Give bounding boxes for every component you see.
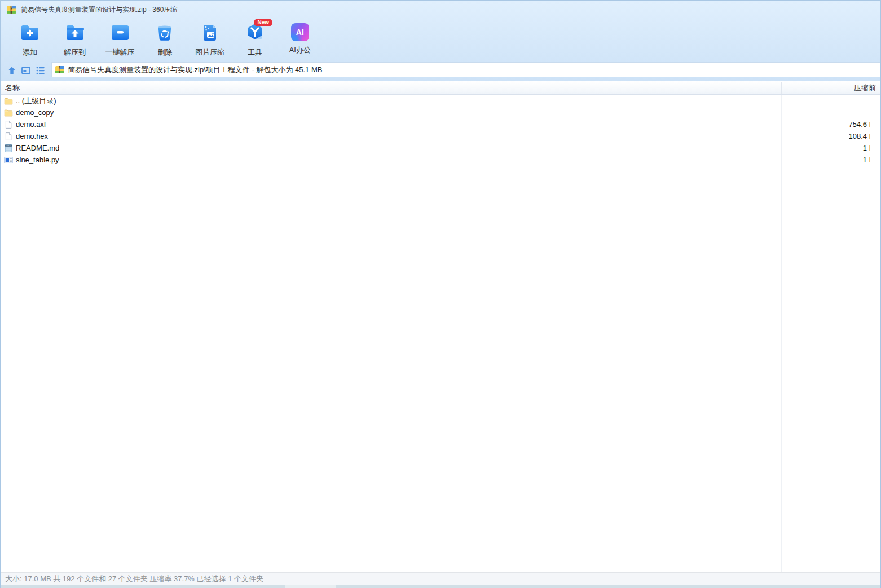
360zip-window: 简易信号失真度测量装置的设计与实现.zip - 360压缩 添加 解压到 一键解… [0,0,881,588]
toolbar-button-delete[interactable]: 删除 [142,20,187,59]
status-text: 大小: 17.0 MB 共 192 个文件和 27 个文件夹 压缩率 37.7%… [5,573,263,585]
zip-archive-icon [55,65,64,74]
column-header-name[interactable]: 名称 [5,81,20,94]
toolbar-button-label: 删除 [142,47,187,58]
table-row[interactable]: README.md1 KB [1,142,880,154]
file-size-value: 754.6 KB [849,118,871,130]
column-divider [781,95,782,572]
window-bottom-edge-segment [285,585,336,588]
one-click-extract-icon [109,21,131,45]
toolbar-button-one-click-extract[interactable]: 一键解压 [98,20,143,59]
file-size-cell: 1 KB [781,142,870,154]
toolbar-button-add-folder[interactable]: 添加 [7,20,52,59]
file-rows: .. (上级目录) demo_copy demo.axf754.6 KB dem… [1,95,880,166]
file-size-value: 1 KB [863,154,870,166]
ai-office-icon: AI [291,23,309,41]
toolbar-button-label: 解压到 [52,47,98,58]
new-badge: New [254,19,272,26]
toolbar-button-label: 添加 [7,47,52,58]
file-icon [4,120,13,129]
toolbar-button-label: 图片压缩 [187,47,232,58]
file-icon [4,132,13,141]
address-bar: 简易信号失真度测量装置的设计与实现.zip\项目工程文件 - 解包大小为 45.… [1,61,880,82]
thumbnail-view-button[interactable] [20,64,32,77]
toolbar: 添加 解压到 一键解压 删除 图片压缩 New工具AIAI办公 [1,19,880,60]
toolbar-button-image-compress[interactable]: 图片压缩 [187,20,232,59]
extract-to-icon [64,21,86,45]
file-name: demo_copy [16,108,54,117]
file-name: .. (上级目录) [16,96,56,106]
column-header-size[interactable]: 压缩前 [781,82,876,94]
navigate-up-button[interactable] [6,64,18,77]
table-row[interactable]: demo.hex108.4 KB [1,130,880,142]
file-size-cell: 1 KB [781,154,870,166]
file-size-value: 108.4 KB [849,130,871,142]
delete-icon [153,21,176,45]
folder-icon [4,96,13,105]
add-folder-icon [19,21,41,45]
file-size-cell: 108.4 KB [781,130,870,142]
toolbar-button-label: 工具 [232,47,277,58]
file-list-header: 名称 压缩前 [1,81,880,95]
up-arrow-icon [7,65,17,76]
toolbar-button-extract-to[interactable]: 解压到 [52,20,98,59]
address-input[interactable]: 简易信号失真度测量装置的设计与实现.zip\项目工程文件 - 解包大小为 45.… [51,62,880,77]
table-row[interactable]: sine_table.py1 KB [1,154,880,166]
window-title: 简易信号失真度测量装置的设计与实现.zip - 360压缩 [21,5,177,15]
toolbar-button-tools-cube[interactable]: New工具 [232,20,277,59]
file-size-value: 1 KB [863,142,870,154]
table-row[interactable]: demo.axf754.6 KB [1,118,880,130]
thumbnail-view-icon [21,65,31,76]
file-name: sine_table.py [16,156,59,164]
notepad-icon [4,144,13,153]
titlebar[interactable]: 简易信号失真度测量装置的设计与实现.zip - 360压缩 [1,1,880,18]
window-bottom-edge [1,585,880,588]
image-compress-icon [199,21,221,45]
list-view-icon [36,65,46,76]
table-row[interactable]: demo_copy [1,107,880,118]
address-path: 简易信号失真度测量装置的设计与实现.zip\项目工程文件 - 解包大小为 45.… [68,65,322,75]
ai-office-icon: AI [289,21,311,45]
status-bar: 大小: 17.0 MB 共 192 个文件和 27 个文件夹 压缩率 37.7%… [1,572,880,585]
toolbar-button-ai-office[interactable]: AIAI办公 [277,20,323,59]
toolbar-button-label: 一键解压 [98,47,143,58]
folder-icon [4,108,13,117]
python-file-icon [4,156,13,165]
file-size-cell: 754.6 KB [781,118,870,130]
file-name: demo.hex [16,132,48,140]
file-name: README.md [16,144,59,152]
table-row[interactable]: .. (上级目录) [1,95,880,107]
zip-archive-icon [6,5,16,15]
file-name: demo.axf [16,120,46,129]
toolbar-button-label: AI办公 [277,45,323,55]
list-view-button[interactable] [34,64,47,77]
file-list: 名称 压缩前 .. (上级目录) demo_copy demo.axf754.6… [1,81,880,572]
window-chrome: 简易信号失真度测量装置的设计与实现.zip - 360压缩 添加 解压到 一键解… [1,1,880,81]
